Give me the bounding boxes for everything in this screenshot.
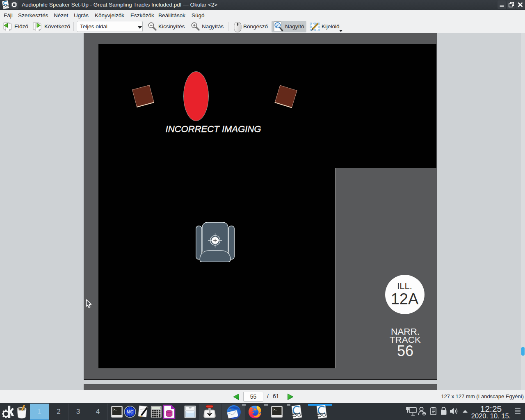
svg-text:>_: >_ [273,408,277,411]
svg-text:>_: >_ [113,408,117,411]
svg-text:MC: MC [126,409,134,414]
